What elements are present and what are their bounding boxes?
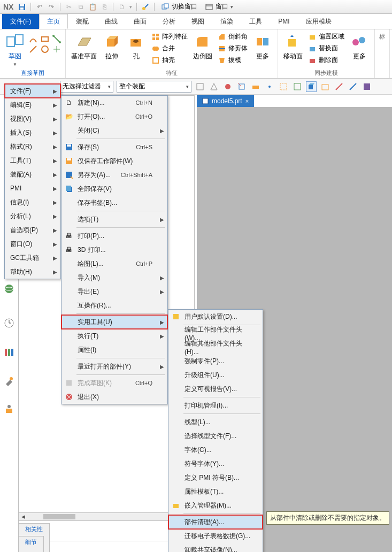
mi-embed-mgr[interactable]: 嵌入管理器(M)... (168, 499, 263, 512)
pattern-button[interactable]: 阵列特征 (150, 32, 189, 42)
chamfer-button[interactable]: 倒斜角 (217, 32, 249, 42)
mi-line-font[interactable]: 线型(L)... (168, 415, 263, 429)
tb-icon-3[interactable] (222, 81, 233, 92)
tb-icon-line[interactable] (334, 81, 344, 92)
tab-tools[interactable]: 工具 (241, 14, 270, 29)
arc-icon[interactable] (29, 45, 37, 53)
menu-help[interactable]: 帮助(H)▶ (5, 265, 60, 279)
more-feature-button[interactable]: 更多 (252, 32, 273, 62)
switch-window-button[interactable]: 切换窗口 (159, 1, 199, 12)
mi-edit-other-header[interactable]: 编辑其他部件文件头(H)... (168, 340, 263, 354)
tb-icon-7[interactable] (278, 81, 289, 92)
touch-icon[interactable] (141, 3, 150, 11)
hole-button[interactable]: 孔 (126, 32, 147, 62)
menu-insert[interactable]: 插入(S)▶ (5, 126, 60, 140)
mi-exit[interactable]: 退出(X) (62, 390, 167, 404)
sketch-button[interactable]: 草图 ▼ (4, 32, 26, 68)
mi-interop[interactable]: 互操作(R)... (62, 298, 167, 312)
mi-save[interactable]: 保存(S)Ctrl+S (62, 140, 167, 154)
circle-icon[interactable] (41, 45, 49, 53)
filter-combo[interactable]: 无选择过滤器 (60, 81, 113, 93)
mi-define-pmi[interactable]: 定义 PMI 符号(B)... (168, 471, 263, 485)
tab-detail[interactable]: 细节 (18, 536, 44, 552)
menu-pmi[interactable]: PMI▶ (5, 181, 60, 195)
mi-printer-admin[interactable]: 打印机管理(I)... (168, 398, 263, 412)
replace-face-button[interactable]: 替换面 (307, 43, 345, 53)
menu-window[interactable]: 窗口(O)▶ (5, 237, 60, 251)
menu-assemble[interactable]: 装配(A)▶ (5, 167, 60, 181)
mi-save-bookmark[interactable]: 保存书签(B)... (62, 196, 167, 210)
mi-part-cleanup[interactable]: 部件清理(A)... (168, 515, 263, 529)
tab-assembly[interactable]: 装配 (68, 14, 97, 29)
mi-attr-template[interactable]: 属性模板(T)... (168, 485, 263, 499)
mi-import[interactable]: 导入(M)▶ (62, 271, 167, 285)
mi-export[interactable]: 导出(E)▶ (62, 285, 167, 298)
pt-icon[interactable] (52, 35, 61, 43)
mi-recent[interactable]: 最近打开的部件(Y)▶ (62, 359, 167, 373)
line-icon[interactable] (29, 35, 37, 43)
tab-file[interactable]: 文件(F) (2, 14, 39, 29)
tb-icon-cube[interactable] (306, 81, 317, 92)
menu-file[interactable]: 文件(F)▶ (5, 84, 60, 98)
rail-globe-icon[interactable] (3, 282, 16, 295)
rail-robot-icon[interactable] (3, 403, 16, 416)
tb-icon-5[interactable] (250, 81, 261, 92)
tab-pmi[interactable]: PMI (270, 14, 297, 29)
trim-body-button[interactable]: 修剪体 (217, 43, 249, 53)
mi-utilities[interactable]: 实用工具(U)▶ (62, 315, 167, 329)
rect-icon[interactable] (41, 35, 49, 43)
move-face-button[interactable]: 移动面 (282, 32, 304, 62)
tb-icon-8[interactable] (292, 81, 303, 92)
mi-force-piece[interactable]: 强制零件(P)... (168, 354, 263, 368)
mi-edit-work-header[interactable]: 编辑工作部件文件头(W)... (168, 326, 263, 340)
mi-migrate-spreadsheet[interactable]: 迁移电子表格数据(G)... (168, 529, 263, 543)
tab-view[interactable]: 视图 (183, 14, 212, 29)
mi-open[interactable]: 📂打开(O)...Ctrl+O (62, 110, 167, 124)
menu-tools[interactable]: 工具(T)▶ (5, 154, 60, 167)
redo-icon[interactable]: ↷ (47, 3, 56, 11)
offset-region-button[interactable]: 偏置区域 (307, 32, 345, 42)
undo-icon[interactable]: ↶ (35, 3, 44, 11)
shell-button[interactable]: 抽壳 (150, 55, 189, 65)
draft-button[interactable]: 拔模 (217, 55, 249, 65)
mi-save-work[interactable]: 仅保存工作部件(W) (62, 154, 167, 168)
extrude-button[interactable]: 拉伸 (101, 32, 122, 62)
mi-print[interactable]: 🖶打印(P)... (62, 229, 167, 243)
datum-plane-button[interactable]: 基准平面 (70, 32, 98, 62)
mi-print3d[interactable]: 🖶3D 打印... (62, 243, 167, 257)
window-menu-button[interactable]: 窗口 ▾ (203, 1, 235, 12)
mi-save-all[interactable]: 全部保存(V) (62, 182, 167, 196)
tab-curve[interactable]: 曲线 (97, 14, 126, 29)
mi-execute[interactable]: 执行(T)▶ (62, 329, 167, 343)
menu-info[interactable]: 信息(I)▶ (5, 195, 60, 209)
mi-close[interactable]: 关闭(C)▶ (62, 124, 167, 137)
mi-plot[interactable]: 绘图(L)...Ctrl+P (62, 257, 167, 271)
menu-view[interactable]: 视图(V)▶ (5, 112, 60, 126)
close-tab-icon[interactable]: × (245, 98, 249, 104)
menu-format[interactable]: 格式(R)▶ (5, 140, 60, 154)
new-doc-icon[interactable]: 🗋 (118, 3, 126, 11)
mi-upgrade-comp[interactable]: 升级组件(U)... (168, 368, 263, 382)
tb-icon-6[interactable] (264, 81, 275, 92)
edge-blend-button[interactable]: 边倒圆 (192, 32, 213, 62)
tab-analysis[interactable]: 分析 (155, 14, 183, 29)
tb-icon-line2[interactable] (348, 81, 358, 92)
mi-font[interactable]: 字体(C)... (168, 443, 263, 457)
menu-gc[interactable]: GC工具箱▶ (5, 251, 60, 265)
mi-select-lf-file[interactable]: 选择线型文件(F)... (168, 429, 263, 443)
save-icon[interactable] (18, 3, 26, 11)
tb-icon-1[interactable] (195, 81, 205, 92)
cross-icon[interactable] (52, 45, 61, 53)
tb-icon-box[interactable] (320, 81, 330, 92)
copy-icon[interactable]: ⧉ (76, 3, 85, 11)
tb-icon-4[interactable] (236, 81, 247, 92)
unite-button[interactable]: 合并 (150, 43, 189, 53)
mi-user-defaults[interactable]: 用户默认设置(D)... (168, 310, 263, 324)
mi-save-as[interactable]: 另存为(A)...Ctrl+Shift+A (62, 168, 167, 182)
menu-pref[interactable]: 首选项(P)▶ (5, 223, 60, 237)
rail-color-icon[interactable] (3, 346, 16, 358)
mi-symbol-font[interactable]: 符号字体(Y)... (168, 457, 263, 471)
tab-render[interactable]: 渲染 (212, 14, 241, 29)
tb-icon-2[interactable] (209, 81, 219, 92)
menu-analyze[interactable]: 分析(L)▶ (5, 209, 60, 223)
